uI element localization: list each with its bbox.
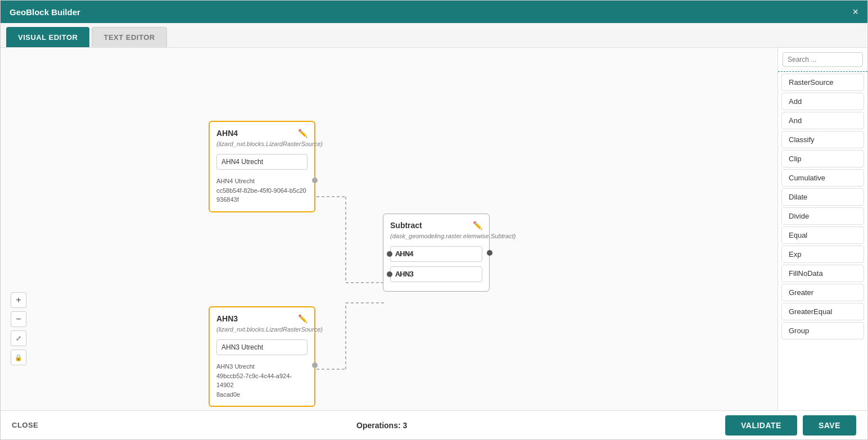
sidebar-scroll[interactable]: RasterSource Add And Classify Clip Cumul…: [778, 72, 867, 410]
sidebar-item-divide[interactable]: Divide: [781, 207, 864, 225]
zoom-fit-button[interactable]: ⤢: [11, 330, 26, 346]
node-ahn3-edit-icon[interactable]: ✏️: [298, 314, 308, 323]
sidebar-search-container: [778, 48, 867, 72]
search-input[interactable]: [783, 52, 863, 67]
node-ahn4-header: AHN4 ✏️: [216, 129, 308, 138]
zoom-in-button[interactable]: +: [11, 292, 26, 308]
close-window-button[interactable]: ×: [852, 7, 858, 17]
node-subtract-title: Subtract: [390, 221, 422, 230]
node-ahn4-subtitle: (lizard_nxt.blocks.LizardRasterSource): [216, 140, 308, 148]
node-subtract-header: Subtract ✏️: [390, 221, 482, 230]
sidebar-item-and[interactable]: And: [781, 112, 864, 129]
footer-actions: VALIDATE SAVE: [725, 415, 856, 436]
app-window: GeoBlock Builder × VISUAL EDITOR TEXT ED…: [0, 0, 868, 440]
node-subtract-subtitle: (dask_geomodeling.raster.elemwise.Subtra…: [390, 232, 482, 241]
zoom-out-button[interactable]: −: [11, 311, 26, 327]
title-bar: GeoBlock Builder ×: [1, 1, 867, 23]
node-ahn4-info: AHN4 Utrecht cc58b54f-82be-45f0-9064-b5c…: [216, 176, 308, 205]
node-ahn4-title: AHN4: [216, 129, 238, 138]
sidebar-item-cumulative[interactable]: Cumulative: [781, 169, 864, 187]
node-ahn3-subtitle: (lizard_nxt.blocks.LizardRasterSource): [216, 325, 308, 334]
sidebar-item-add[interactable]: Add: [781, 93, 864, 110]
node-ahn3-input[interactable]: [216, 339, 308, 355]
zoom-lock-button[interactable]: 🔒: [11, 350, 26, 365]
subtract-input-2[interactable]: [390, 266, 482, 282]
node-ahn4-input[interactable]: [216, 154, 308, 170]
sidebar-item-classify[interactable]: Classify: [781, 131, 864, 148]
subtract-input-row-1: AHN4: [390, 246, 482, 262]
sidebar-item-dilate[interactable]: Dilate: [781, 188, 864, 206]
sidebar-item-greater[interactable]: Greater: [781, 284, 864, 301]
validate-button[interactable]: VALIDATE: [725, 415, 797, 436]
node-ahn3-header: AHN3 ✏️: [216, 314, 308, 323]
sidebar-item-greaterequal[interactable]: GreaterEqual: [781, 303, 864, 320]
subtract-output-dot: [487, 250, 492, 256]
sidebar-item-clip[interactable]: Clip: [781, 150, 864, 167]
subtract-input-row-2: AHN3: [390, 266, 482, 282]
sidebar-item-fillnodata[interactable]: FillNoData: [781, 265, 864, 282]
zoom-controls: + − ⤢ 🔒: [11, 292, 26, 365]
node-subtract-edit-icon[interactable]: ✏️: [473, 221, 482, 230]
sidebar-item-equal[interactable]: Equal: [781, 226, 864, 244]
node-subtract: Subtract ✏️ (dask_geomodeling.raster.ele…: [383, 214, 490, 292]
main-area: AHN4 ✏️ (lizard_nxt.blocks.LizardRasterS…: [1, 48, 867, 410]
close-button[interactable]: CLOSE: [12, 421, 38, 429]
node-ahn3-title: AHN3: [216, 314, 238, 323]
tabs-bar: VISUAL EDITOR TEXT EDITOR: [1, 23, 867, 48]
node-ahn3-info: AHN3 Utrecht 49bccb52-7c9c-4c44-a924-149…: [216, 362, 308, 399]
canvas-area: AHN4 ✏️ (lizard_nxt.blocks.LizardRasterS…: [1, 48, 777, 410]
canvas-content: AHN4 ✏️ (lizard_nxt.blocks.LizardRasterS…: [1, 48, 777, 410]
save-button[interactable]: SAVE: [803, 415, 856, 436]
node-ahn3: AHN3 ✏️ (lizard_nxt.blocks.LizardRasterS…: [209, 306, 315, 407]
sidebar: RasterSource Add And Classify Clip Cumul…: [777, 48, 867, 410]
tab-text-editor[interactable]: TEXT EDITOR: [92, 27, 166, 47]
tab-visual-editor[interactable]: VISUAL EDITOR: [6, 27, 89, 47]
sidebar-item-group[interactable]: Group: [781, 322, 864, 339]
app-title: GeoBlock Builder: [10, 7, 80, 17]
node-ahn4-edit-icon[interactable]: ✏️: [298, 129, 308, 138]
sidebar-item-exp[interactable]: Exp: [781, 246, 864, 263]
subtract-input-1[interactable]: [390, 246, 482, 262]
node-ahn4: AHN4 ✏️ (lizard_nxt.blocks.LizardRasterS…: [209, 121, 315, 212]
footer: CLOSE Operations: 3 VALIDATE SAVE: [1, 410, 867, 439]
sidebar-item-rastersource[interactable]: RasterSource: [781, 74, 864, 91]
operations-label: Operations: 3: [356, 421, 407, 430]
